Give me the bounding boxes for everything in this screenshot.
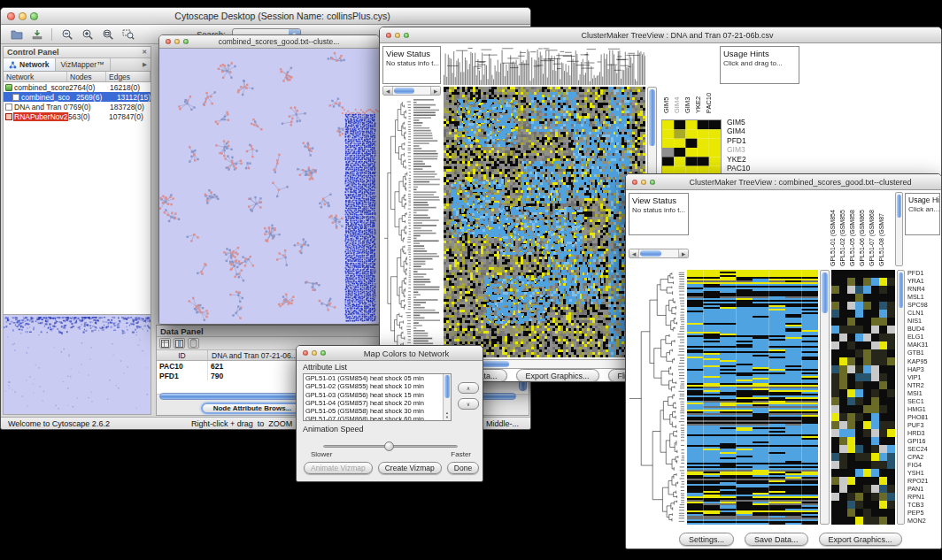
network-list-item[interactable]: combined_sco2569(6)13112(15) (4, 92, 151, 102)
table-icon[interactable] (159, 338, 171, 349)
open-session-icon[interactable] (8, 27, 25, 42)
select-columns-icon[interactable] (174, 338, 185, 349)
scroll-left-icon[interactable]: ◀ (383, 87, 393, 95)
settings-button[interactable]: Settings... (679, 533, 734, 546)
heatmap-detail[interactable] (831, 270, 895, 525)
heatmap-vscrollbar[interactable] (820, 270, 830, 525)
zoom-fit-icon[interactable] (99, 27, 116, 42)
scroll-thumb[interactable] (394, 88, 414, 94)
network-overview-thumbnail[interactable] (4, 314, 151, 414)
network-list-item[interactable]: RNAPuberNov2563(0)107847(0) (4, 111, 151, 121)
attribute-list-item[interactable]: GPL51-04 (GSM857) heat shock 20 min (304, 399, 443, 407)
view-status-text: No status info t... (386, 59, 437, 67)
network-edges: 13112(15) (117, 93, 151, 102)
zoom-window-icon[interactable] (183, 39, 189, 44)
move-up-button[interactable]: ∧ (458, 382, 479, 394)
attribute-list-item[interactable]: GPL51-01 (GSM854) heat shock 05 min (304, 374, 443, 382)
tree-hscrollbar[interactable]: ◀ ▶ (382, 86, 441, 96)
gene-label: MAK31 (907, 341, 929, 349)
main-window-titlebar[interactable]: Cytoscape Desktop (Session Name: collins… (1, 8, 530, 25)
database-icon[interactable] (188, 338, 199, 349)
row-dendrogram[interactable] (383, 98, 412, 357)
header-network: Network (4, 72, 67, 81)
import-icon[interactable] (28, 27, 45, 42)
tree-hscrollbar[interactable]: ◀ ▶ (629, 249, 689, 258)
heatmap-detail[interactable] (661, 119, 722, 176)
dialog-buttons: Animate VizmapCreate VizmapDone (304, 462, 475, 474)
scroll-thumb[interactable] (640, 250, 661, 257)
zoom-window-icon[interactable] (30, 12, 38, 20)
minimize-icon[interactable] (312, 350, 317, 356)
scroll-thumb[interactable] (822, 272, 828, 313)
close-icon[interactable] (7, 12, 15, 20)
attribute-list-item[interactable]: GPL51-02 (GSM855) heat shock 10 min (304, 382, 443, 390)
tab-network[interactable]: Network (4, 58, 56, 71)
node-attribute-browser-tab[interactable]: Node Attribute Brows... (201, 403, 304, 414)
scroll-thumb[interactable] (444, 375, 450, 398)
minimize-icon[interactable] (395, 33, 400, 38)
network-list-item[interactable]: DNA and Tran 07769(0)183728(0) (4, 102, 151, 111)
save-data-button[interactable]: Save Data... (745, 533, 808, 546)
animation-speed-slider[interactable] (323, 445, 458, 448)
attribute-list-item[interactable]: GPL51-05 (GSM858) heat shock 30 min (304, 407, 443, 415)
gene-name-strip[interactable] (413, 98, 442, 357)
zoom-selected-icon[interactable] (120, 27, 136, 42)
window-controls (166, 39, 189, 44)
labels-vscrollbar[interactable] (895, 192, 903, 266)
close-icon[interactable] (632, 180, 637, 185)
network-nodes: 2764(0) (69, 83, 110, 92)
scroll-thumb[interactable] (899, 272, 903, 308)
close-icon[interactable] (386, 33, 391, 38)
detail-vscrollbar[interactable] (897, 270, 905, 525)
gene-label: RNR4 (907, 285, 929, 293)
export-graphics-button[interactable]: Export Graphics... (819, 533, 902, 546)
scroll-track[interactable] (639, 249, 678, 257)
view-status-title: View Status (386, 49, 437, 58)
dialog-titlebar[interactable]: Map Colors to Network (297, 346, 483, 361)
heatmap-global[interactable] (444, 87, 645, 357)
network-list-item[interactable]: combined_scores2764(0)16218(0) (4, 82, 151, 92)
zoom-in-icon[interactable] (79, 27, 96, 42)
zoom-window-icon[interactable] (320, 350, 326, 356)
minimize-icon[interactable] (19, 12, 27, 20)
create-vizmap-button[interactable]: Create Vizmap (378, 462, 442, 474)
scroll-track[interactable] (393, 87, 430, 95)
treeview2-titlebar[interactable]: ClusterMaker TreeView : combined_scores_… (626, 174, 941, 190)
network-view-titlebar[interactable]: combined_scores_good.txt--cluste... (159, 35, 379, 49)
export-graphics-button[interactable]: Export Graphics... (516, 369, 599, 382)
attribute-list-item[interactable]: GPL51-07 (GSM868) heat shock 60 min (304, 415, 443, 421)
attribute-list-scrollbar[interactable]: ▲ ▼ (443, 374, 451, 420)
scroll-right-icon[interactable]: ▶ (678, 249, 688, 257)
treeview1-titlebar[interactable]: ClusterMaker TreeView : DNA and Tran 07-… (380, 27, 941, 43)
move-down-button[interactable]: ∨ (458, 398, 479, 410)
zoom-window-icon[interactable] (650, 180, 655, 185)
gene-label: ELG1 (907, 333, 929, 341)
network-nodes: 563(0) (68, 112, 109, 121)
gene-label: KAP95 (907, 357, 929, 365)
attribute-list[interactable]: GPL51-01 (GSM854) heat shock 05 minGPL51… (303, 373, 452, 421)
close-icon[interactable] (303, 350, 308, 356)
network-table: combined_scores2764(0)16218(0)combined_s… (4, 82, 151, 121)
view-status-box: View Status No status info t... (382, 46, 441, 84)
attribute-list-item[interactable]: GPL51-03 (GSM856) heat shock 15 min (304, 391, 443, 399)
heatmap-global[interactable] (687, 270, 818, 525)
column-dendrogram[interactable] (444, 46, 645, 85)
treeview2-title: ClusterMaker TreeView : combined_scores_… (667, 178, 934, 187)
close-panel-icon[interactable]: ✕ (142, 49, 147, 56)
slider-thumb[interactable] (384, 441, 394, 451)
minimize-icon[interactable] (174, 39, 180, 44)
network-view-canvas[interactable] (159, 49, 379, 324)
tab-vizmapper[interactable]: VizMapper™ (56, 58, 111, 71)
scroll-left-icon[interactable]: ◀ (629, 249, 639, 257)
zoom-out-icon[interactable] (58, 27, 75, 42)
scroll-thumb[interactable] (649, 89, 655, 146)
close-icon[interactable] (166, 39, 171, 44)
scroll-thumb[interactable] (897, 195, 901, 218)
tab-overflow-icon[interactable]: ▶ (139, 58, 151, 71)
done-button[interactable]: Done (447, 462, 479, 474)
zoom-window-icon[interactable] (404, 33, 409, 38)
row-dendrogram[interactable] (629, 270, 685, 525)
scroll-right-icon[interactable]: ▶ (430, 87, 440, 95)
minimize-icon[interactable] (641, 180, 646, 185)
scroll-down-icon[interactable]: ▼ (444, 415, 451, 419)
